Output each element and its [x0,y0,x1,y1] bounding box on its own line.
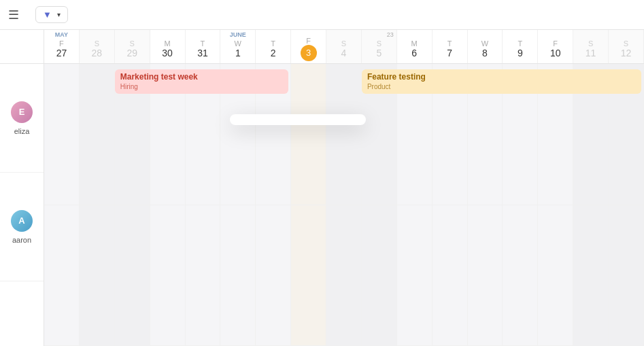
day-col-8: W 8 [468,30,503,63]
day-col-27: MAYF 27 [44,30,80,63]
day-col-30: M 30 [150,30,186,63]
grid-cell [573,205,609,346]
task-sublabel: Hiring [120,83,283,90]
grid-cell [538,205,573,346]
grid-cell [291,205,326,346]
calendar-grid: Marketing test weekHiringFeature testing… [44,64,644,346]
day-col-11: S 11 [573,30,609,63]
day-col-6: M 6 [397,30,433,63]
day-col-3: F 3 [291,30,326,63]
day-col-1: JUNEW 1 [220,30,256,63]
context-menu [230,114,366,125]
grid-cell [80,205,115,346]
user-row-aaron: Aaaron [0,173,44,281]
day-col-7: T 7 [433,30,468,63]
user-list: EelizaAaaron [0,64,44,346]
grid-cell [397,205,433,346]
day-col-2: T 2 [256,30,291,63]
calendar-header: MAYF 27S 28S 29M 30T 31JUNEW 1T 2F 3S 4S… [0,30,644,64]
grid-cell [80,64,115,205]
task-bar-0[interactable]: Marketing test weekHiring [115,69,288,94]
days-header: MAYF 27S 28S 29M 30T 31JUNEW 1T 2F 3S 4S… [44,30,644,63]
grid-cell [362,205,397,346]
avatar: E [11,101,33,123]
filters-button[interactable]: ▼ ▾ [35,6,68,23]
day-col-31: T 31 [186,30,221,63]
grid-cell [44,64,80,205]
topbar: ☰ ▼ ▾ [0,0,644,30]
task-label: Feature testing [367,72,636,82]
user-name-eliza: eliza [14,127,30,135]
day-col-5: S 523 [362,30,397,63]
user-col-header [0,30,44,63]
grid-cell [326,205,362,346]
grid-cell [609,205,644,346]
day-col-10: F 10 [538,30,573,63]
task-bar-1[interactable]: Feature testingProduct [362,69,641,94]
task-sublabel: Product [367,83,636,90]
day-col-12: S 12 [609,30,644,63]
user-row-eliza: Eeliza [0,64,44,173]
chevron-down-icon: ▾ [57,11,61,18]
grid-cell [256,205,291,346]
grid-cell [291,64,326,205]
grid-cell [115,205,150,346]
day-col-29: S 29 [115,30,150,63]
grid-cell [186,205,221,346]
grid-cell [326,64,362,205]
menu-icon[interactable]: ☰ [8,7,19,22]
grid-row-aaron [44,205,644,347]
grid-cell [503,205,538,346]
grid-cell [468,205,503,346]
task-label: Marketing test week [120,72,283,82]
grid-cell [220,205,256,346]
user-name-aaron: aaron [12,236,31,244]
calendar-body: EelizaAaaron Marketing test weekHiringFe… [0,64,644,346]
grid-cell [44,205,80,346]
day-col-4: S 4 [326,30,362,63]
filter-icon: ▼ [43,10,52,20]
avatar: A [11,210,33,232]
grid-cell [433,205,468,346]
day-col-28: S 28 [80,30,115,63]
day-col-9: T 9 [503,30,538,63]
grid-cell [150,205,186,346]
